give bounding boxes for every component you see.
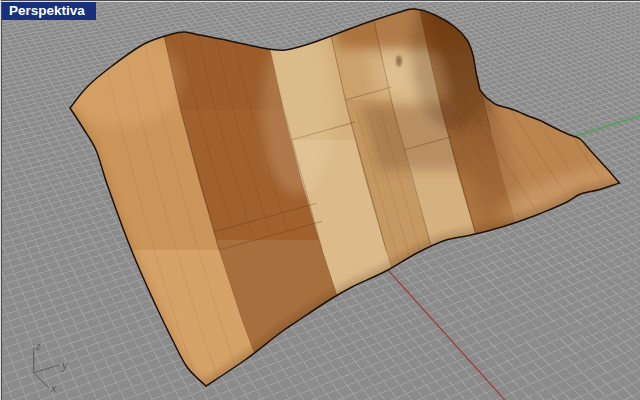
svg-text:y: y bbox=[61, 358, 68, 372]
svg-text:x: x bbox=[50, 381, 57, 395]
svg-text:z: z bbox=[35, 339, 41, 353]
